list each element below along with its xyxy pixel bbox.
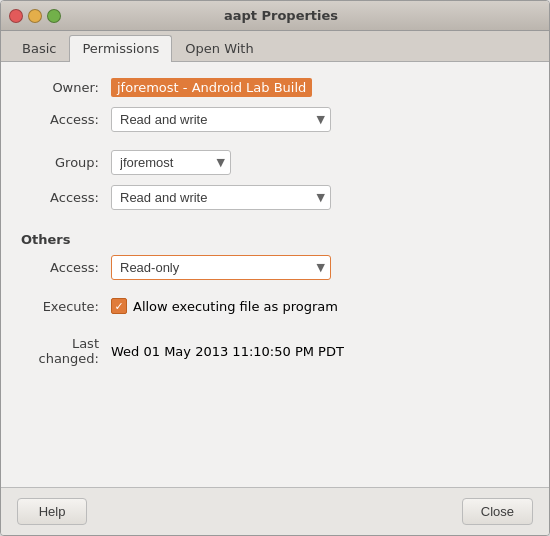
titlebar-buttons [9, 9, 61, 23]
others-access-select[interactable]: Read-only Read and write Write-only None [111, 255, 331, 280]
close-window-btn[interactable] [9, 9, 23, 23]
minimize-btn[interactable] [28, 9, 42, 23]
others-access-select-wrapper: Read-only Read and write Write-only None… [111, 255, 331, 280]
last-changed-row: Last changed: Wed 01 May 2013 11:10:50 P… [21, 336, 529, 366]
execute-checkbox-icon[interactable]: ✓ [111, 298, 127, 314]
group-access-label: Access: [21, 190, 111, 205]
group-select[interactable]: jforemost [111, 150, 231, 175]
owner-access-select-wrapper: Read and write Read-only Write-only None… [111, 107, 331, 132]
owner-row: Owner: jforemost - Android Lab Build [21, 78, 529, 97]
window-title: aapt Properties [67, 8, 495, 23]
group-select-wrapper: jforemost ▼ [111, 150, 231, 175]
maximize-btn[interactable] [47, 9, 61, 23]
last-changed-label: Last changed: [21, 336, 111, 366]
group-access-select[interactable]: Read and write Read-only Write-only None [111, 185, 331, 210]
titlebar: aapt Properties [1, 1, 549, 31]
owner-label: Owner: [21, 80, 111, 95]
tab-open-with[interactable]: Open With [172, 35, 266, 61]
execute-label: Execute: [21, 299, 111, 314]
permissions-content: Owner: jforemost - Android Lab Build Acc… [1, 62, 549, 487]
close-button[interactable]: Close [462, 498, 533, 525]
tab-permissions[interactable]: Permissions [69, 35, 172, 62]
last-changed-value: Wed 01 May 2013 11:10:50 PM PDT [111, 344, 344, 359]
owner-value: jforemost - Android Lab Build [111, 78, 312, 97]
owner-access-label: Access: [21, 112, 111, 127]
tab-bar: Basic Permissions Open With [1, 31, 549, 62]
execute-checkbox-label: Allow executing file as program [133, 299, 338, 314]
group-row: Group: jforemost ▼ [21, 150, 529, 175]
help-button[interactable]: Help [17, 498, 87, 525]
owner-access-select[interactable]: Read and write Read-only Write-only None [111, 107, 331, 132]
footer: Help Close [1, 487, 549, 535]
group-access-select-wrapper: Read and write Read-only Write-only None… [111, 185, 331, 210]
owner-access-row: Access: Read and write Read-only Write-o… [21, 107, 529, 132]
others-heading: Others [21, 232, 529, 247]
execute-checkbox-wrapper[interactable]: ✓ Allow executing file as program [111, 298, 338, 314]
group-access-row: Access: Read and write Read-only Write-o… [21, 185, 529, 210]
execute-row: Execute: ✓ Allow executing file as progr… [21, 298, 529, 314]
others-access-label: Access: [21, 260, 111, 275]
window: aapt Properties Basic Permissions Open W… [0, 0, 550, 536]
group-label: Group: [21, 155, 111, 170]
tab-basic[interactable]: Basic [9, 35, 69, 61]
others-access-row: Access: Read-only Read and write Write-o… [21, 255, 529, 280]
